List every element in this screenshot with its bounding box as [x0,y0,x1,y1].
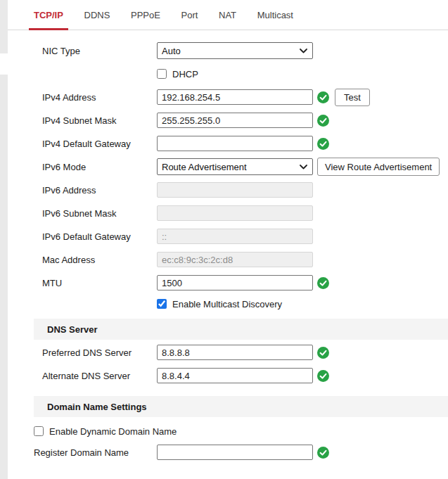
valid-icon [317,138,329,150]
ipv6-address-input [157,182,313,198]
mtu-row: MTU [42,274,448,291]
nic-type-select[interactable]: Auto [157,42,313,59]
mac-address-label: Mac Address [42,255,157,265]
enable-dynamic-domain-checkbox[interactable] [34,426,44,436]
tab-nat[interactable]: NAT [214,0,241,30]
enable-dynamic-domain-label[interactable]: Enable Dynamic Domain Name [49,426,177,437]
ipv4-address-label: IPv4 Address [42,92,157,103]
register-domain-label: Register Domain Name [34,447,157,458]
dhcp-label[interactable]: DHCP [172,69,198,79]
valid-icon [317,447,329,459]
ipv6-gateway-input [157,229,313,244]
preferred-dns-input[interactable] [157,345,313,360]
preferred-dns-row: Preferred DNS Server [42,344,448,361]
domain-name-settings-section-header: Domain Name Settings [34,396,448,417]
alternate-dns-row: Alternate DNS Server [42,367,448,384]
dhcp-checkbox[interactable] [157,69,167,79]
test-button[interactable]: Test [335,89,370,106]
valid-icon [317,91,329,103]
ipv6-address-label: IPv6 Address [42,185,157,196]
ipv6-subnet-input [157,205,313,221]
enable-multicast-discovery-label[interactable]: Enable Multicast Discovery [172,299,282,309]
valid-icon [317,115,329,127]
ipv4-subnet-row: IPv4 Subnet Mask [42,112,448,129]
domain-name-settings-section-title: Domain Name Settings [47,402,147,412]
ipv6-mode-selected-value: Route Advertisement [162,162,247,172]
dns-form: Preferred DNS Server Alternate DNS Serve… [8,340,448,384]
ipv6-mode-label: IPv6 Mode [42,162,157,172]
ipv4-gateway-input[interactable] [157,136,313,151]
ipv6-subnet-label: IPv6 Subnet Mask [42,208,157,219]
ipv6-address-row: IPv6 Address [42,181,448,198]
register-domain-row: Register Domain Name [8,444,448,461]
tcpip-form: NIC Type Auto DHCP IPv4 Address Test IPv… [8,30,448,310]
preferred-dns-label: Preferred DNS Server [42,347,157,358]
ipv6-gateway-row: IPv6 Default Gateway [42,228,448,245]
enable-dynamic-domain-row: Enable Dynamic Domain Name [8,425,448,438]
sidebar-selected-item-edge [0,53,8,75]
network-tabs: TCP/IP DDNS PPPoE Port NAT Multicast [8,0,448,30]
mac-address-input [157,252,313,267]
alternate-dns-label: Alternate DNS Server [42,371,157,381]
nic-type-label: NIC Type [42,46,157,56]
multicast-discovery-row: Enable Multicast Discovery [42,298,448,310]
ipv4-subnet-label: IPv4 Subnet Mask [42,115,157,126]
ipv6-mode-select[interactable]: Route Advertisement [157,158,313,175]
ipv4-gateway-label: IPv4 Default Gateway [42,139,157,149]
ipv4-address-row: IPv4 Address Test [42,89,448,106]
ipv4-address-input[interactable] [157,89,313,105]
nic-type-selected-value: Auto [162,46,181,56]
tab-multicast[interactable]: Multicast [252,0,298,30]
mtu-input[interactable] [157,275,313,290]
sidebar-edge [0,0,8,479]
tab-pppoe[interactable]: PPPoE [126,0,165,30]
tcpip-settings-page: TCP/IP DDNS PPPoE Port NAT Multicast NIC… [8,0,448,461]
ipv6-gateway-label: IPv6 Default Gateway [42,231,157,242]
dhcp-row: DHCP [42,65,448,82]
mtu-label: MTU [42,278,157,288]
tab-ddns[interactable]: DDNS [79,0,115,30]
tab-port[interactable]: Port [177,0,203,30]
ipv6-subnet-row: IPv6 Subnet Mask [42,205,448,222]
enable-multicast-discovery-checkbox[interactable] [157,299,167,309]
ipv6-mode-row: IPv6 Mode Route Advertisement View Route… [42,158,448,175]
chevron-down-icon [300,165,307,170]
ipv4-gateway-row: IPv4 Default Gateway [42,135,448,152]
dns-server-section-header: DNS Server [34,319,448,340]
tab-tcpip[interactable]: TCP/IP [29,0,68,30]
dns-server-section-title: DNS Server [47,324,98,335]
ipv4-subnet-input[interactable] [157,113,313,128]
nic-type-row: NIC Type Auto [42,42,448,59]
view-route-advertisement-button[interactable]: View Route Advertisement [317,158,440,176]
valid-icon [317,370,329,382]
alternate-dns-input[interactable] [157,368,313,383]
chevron-down-icon [300,49,307,53]
mac-address-row: Mac Address [42,251,448,268]
register-domain-input[interactable] [157,445,313,460]
valid-icon [317,277,329,289]
valid-icon [317,347,329,359]
